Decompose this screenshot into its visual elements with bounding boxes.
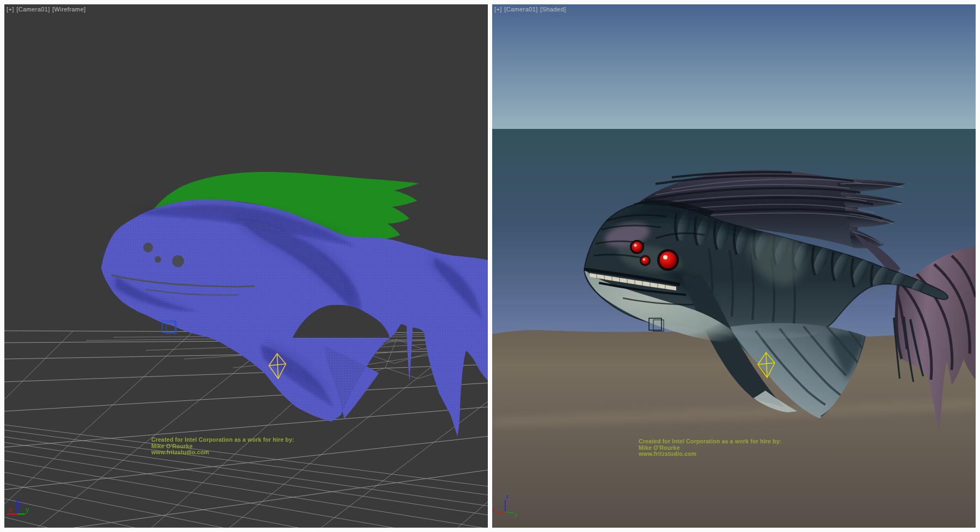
svg-text:y: y [514,512,517,518]
svg-text:y: y [26,505,29,514]
svg-text:z: z [19,499,23,507]
svg-text:x: x [9,505,13,514]
svg-text:x: x [493,506,496,512]
svg-text:z: z [506,493,509,499]
